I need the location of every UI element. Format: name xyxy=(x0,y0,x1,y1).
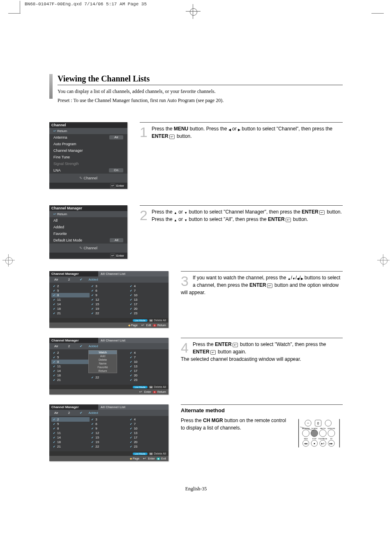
channel-row: ✔13 xyxy=(128,364,166,369)
step-number: 4 xyxy=(181,341,189,355)
osd-item: Favorite xyxy=(49,230,127,237)
channel-row: ✔6 xyxy=(90,288,128,293)
channel-column: ✔4✔7✔10✔13✔17✔20✔23 xyxy=(128,284,166,316)
context-menu-item: Return xyxy=(89,369,117,373)
channel-row: ✔23 xyxy=(128,444,166,449)
context-menu: WatchAddDeleteNameFavoriteReturn xyxy=(88,350,117,373)
channel-row: ✔4 xyxy=(128,417,166,422)
osd-title: Channel xyxy=(49,122,127,128)
alternate-method: Channel ManagerAll Channel List Air2✔ Ad… xyxy=(49,404,343,461)
osd-default-list-mode: Default List ModeAll xyxy=(49,237,127,244)
channel-row: ✔8 xyxy=(51,360,90,364)
svg-point-11 xyxy=(319,430,326,437)
svg-text:▶▶: ▶▶ xyxy=(330,442,333,445)
channel-row: ✔14 xyxy=(51,435,90,440)
channel-row: ✔15 xyxy=(90,435,128,440)
channel-row: ✔23 xyxy=(128,378,166,382)
step-number: 3 xyxy=(181,274,189,288)
enter-icon xyxy=(266,282,273,288)
channel-row: ✔14 xyxy=(51,369,90,373)
alternate-method-text: Press the CH MGR button on the remote co… xyxy=(181,417,287,432)
channel-row: ✔2 xyxy=(51,351,90,355)
channel-row: ✔7 xyxy=(128,422,166,426)
svg-text:FAV.CH: FAV.CH xyxy=(320,428,325,430)
arrow-up-icon xyxy=(174,216,177,223)
svg-point-7 xyxy=(302,430,309,437)
osd-row: Signal Strength xyxy=(49,160,127,167)
channel-row: ✔17 xyxy=(128,435,166,440)
channel-row: ✔19 xyxy=(90,306,128,311)
osd-footer-enter: Enter xyxy=(49,253,127,259)
step-2-text: 2 Press the or button to select "Channel… xyxy=(140,205,343,223)
channel-row: ✔3 xyxy=(90,417,128,422)
svg-text:STOP: STOP xyxy=(312,438,317,440)
channel-row: ✔2 xyxy=(51,417,90,422)
channel-column: ✔2✔5✔8✔11✔14✔18✔21 xyxy=(51,417,90,449)
osd-return: ↩ Return xyxy=(49,211,127,217)
step-number: 1 xyxy=(140,125,148,139)
channel-row: ✔21 xyxy=(51,444,90,449)
channel-row: ✔14 xyxy=(51,302,90,306)
channel-row: ✔22 xyxy=(90,444,128,449)
channel-row: ✔15 xyxy=(90,302,128,306)
title-block: Viewing the Channel Lists You can displa… xyxy=(49,74,343,106)
svg-text:▶II: ▶II xyxy=(321,443,324,445)
svg-point-6 xyxy=(325,420,331,426)
channel-row: ✔10 xyxy=(128,426,166,431)
step-number: 2 xyxy=(140,208,148,222)
osd-return: ↩ Return xyxy=(49,128,127,134)
register-mark-right xyxy=(378,255,389,266)
channel-column: ✔4✔7✔10✔13✔17✔20✔23 xyxy=(128,417,166,449)
channel-row: ✔12 xyxy=(90,431,128,435)
svg-text:WISELINK: WISELINK xyxy=(327,428,335,430)
osd-row: Fine Tune xyxy=(49,154,127,160)
context-menu-item: Name xyxy=(89,362,117,365)
channel-row: ✔10 xyxy=(128,293,166,297)
channel-row: ✔2 xyxy=(51,284,90,288)
osd-footer: ✎ Channel xyxy=(49,244,127,253)
channel-column: ✔3✔6✔9✔12✔15✔19✔22 xyxy=(90,284,128,316)
osd-row: AntennaAir xyxy=(49,134,127,141)
channel-column: ✔3✔6✔9✔12✔15✔19✔22 xyxy=(90,417,128,449)
channel-row: ✔17 xyxy=(128,369,166,373)
step-1-text: 1 Press the MENU button. Press the or bu… xyxy=(140,122,343,140)
channel-row: ✔20 xyxy=(128,373,166,378)
context-menu-item: Add xyxy=(89,354,117,358)
svg-text:PLAY/PAUSE: PLAY/PAUSE xyxy=(318,438,327,440)
channel-row: ✔17 xyxy=(128,302,166,306)
svg-text:0: 0 xyxy=(317,421,319,425)
all-channel-list-2: Channel ManagerAll Channel List Air2✔ Ad… xyxy=(49,404,168,461)
enter-icon xyxy=(168,133,175,139)
channel-row: ✔12 xyxy=(90,297,128,302)
svg-text:FF: FF xyxy=(330,438,332,440)
osd-row: Auto Program xyxy=(49,141,127,147)
channel-row: ✔21 xyxy=(51,378,90,382)
channel-row: ✔4 xyxy=(128,351,166,355)
channel-row: ✔10 xyxy=(128,360,166,364)
channel-row: ✔8 xyxy=(51,293,90,297)
enter-icon xyxy=(285,216,292,222)
svg-text:REW: REW xyxy=(304,438,308,440)
step-3: Channel ManagerAll Channel List Air2✔ Ad… xyxy=(49,271,343,328)
osd-channel-manager-menu: Channel Manager ↩ Return AllAddedFavorit… xyxy=(49,205,127,259)
channel-row: ✔13 xyxy=(128,297,166,302)
section-title: Viewing the Channel Lists xyxy=(58,74,343,85)
channel-row: ✔18 xyxy=(51,373,90,378)
svg-point-13 xyxy=(328,430,335,437)
context-menu-item: Delete xyxy=(89,358,117,362)
svg-text:CH MGR: CH MGR xyxy=(311,428,318,430)
svg-text:−: − xyxy=(307,421,309,425)
all-channel-list-context: Channel ManagerAll Channel List Air2✔ Ad… xyxy=(49,338,168,395)
channel-column: ✔2✔5✔8✔11✔14✔18✔21 xyxy=(51,284,90,316)
channel-row: ✔8 xyxy=(51,426,90,431)
svg-text:■: ■ xyxy=(314,442,315,445)
step-1: Channel ↩ Return AntennaAirAuto ProgramC… xyxy=(49,122,343,189)
arrow-down-icon xyxy=(184,209,187,216)
accent-bar xyxy=(49,74,53,99)
osd-row: Channel Manager xyxy=(49,147,127,154)
arrow-down-icon xyxy=(184,216,187,223)
enter-icon xyxy=(232,341,239,347)
osd-item: Added xyxy=(49,224,127,230)
channel-row: ✔20 xyxy=(128,440,166,444)
channel-row: ✔18 xyxy=(51,306,90,311)
